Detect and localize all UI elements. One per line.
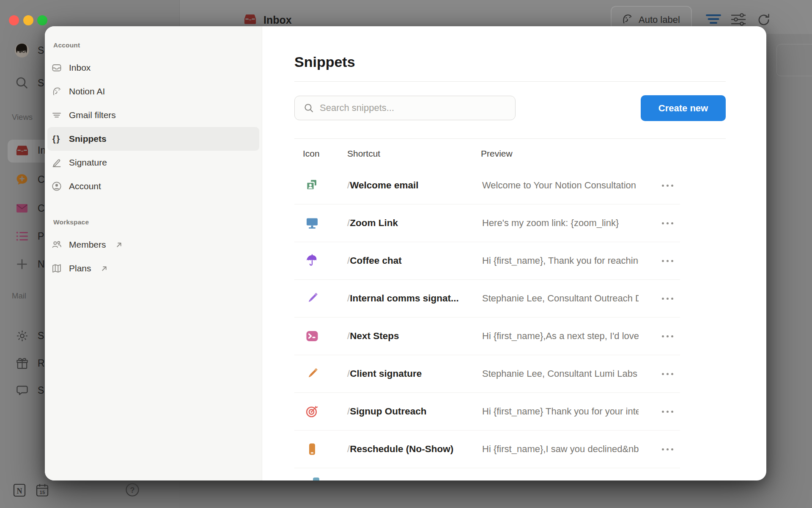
snippet-table: /Welcome email Welcome to Your Notion Co… <box>294 167 680 468</box>
sidebar-item-settings: S <box>0 329 45 342</box>
plus-icon <box>14 257 30 271</box>
signature-icon <box>51 157 62 168</box>
nav-item-signature[interactable]: Signature <box>47 151 259 174</box>
members-icon <box>51 239 62 251</box>
nav-item-members[interactable]: Members <box>47 233 259 257</box>
sidebar-item-label: S <box>38 330 44 342</box>
nav-item-label: Snippets <box>69 134 107 144</box>
inbox-red-icon <box>244 13 257 28</box>
pen-orange-icon <box>305 367 319 381</box>
monitor-icon <box>305 216 319 230</box>
partial-next-row-icon <box>313 478 319 480</box>
row-menu-button[interactable] <box>655 393 680 430</box>
nav-item-account[interactable]: Account <box>47 174 259 198</box>
row-menu-button[interactable] <box>655 431 680 468</box>
nav-item-label: Signature <box>69 157 107 168</box>
sidebar-item-label: N <box>38 259 45 270</box>
notion-app-icon: N <box>12 483 27 500</box>
nav-item-label: Inbox <box>69 63 91 73</box>
terminal-icon <box>305 329 319 343</box>
search-input[interactable] <box>319 102 498 114</box>
sidebar-item-label: C <box>38 203 45 214</box>
table-row[interactable]: /Welcome email Welcome to Your Notion Co… <box>294 167 680 204</box>
inbox-icon <box>51 62 62 74</box>
snippet-preview: Welcome to Your Notion Consultation Jo..… <box>482 167 639 204</box>
external-link-icon <box>115 241 123 248</box>
background-inbox-header: Inbox <box>244 13 292 28</box>
table-row[interactable]: /Coffee chat Hi {first_name}, Thank you … <box>294 242 680 280</box>
snippet-shortcut: /Next Steps <box>347 318 399 355</box>
row-menu-button[interactable] <box>655 355 680 392</box>
column-header-preview: Preview <box>481 139 513 168</box>
page-title: Snippets <box>294 52 726 71</box>
sidebar-views-label: Views <box>12 113 33 122</box>
nav-item-label: Notion AI <box>69 86 105 97</box>
sidebar-item-label: S <box>38 45 44 56</box>
chat-plus-icon <box>14 173 30 186</box>
snippet-shortcut: /Client signature <box>347 355 422 392</box>
svg-text:?: ? <box>130 486 135 494</box>
account-icon <box>51 181 62 192</box>
sidebar-item-mail-view: C <box>0 202 45 215</box>
snippet-preview: Stephanie Lee, Consultant Outreach De... <box>482 280 639 317</box>
table-row[interactable]: /Client signature Stephanie Lee, Consult… <box>294 355 680 393</box>
calendar-app-icon: 15 <box>35 483 50 500</box>
list-icon <box>14 229 30 243</box>
avatar-icon <box>14 41 30 59</box>
nav-item-inbox[interactable]: Inbox <box>47 56 259 80</box>
snippet-search[interactable] <box>294 96 516 120</box>
table-row[interactable]: /Signup Outreach Hi {first_name} Thank y… <box>294 393 680 431</box>
column-header-icon: Icon <box>303 139 320 168</box>
row-menu-button[interactable] <box>655 204 680 242</box>
sidebar-item-support: S <box>0 384 45 397</box>
snippet-shortcut: /Welcome email <box>347 167 418 204</box>
envelope-icon <box>14 202 30 215</box>
row-menu-button[interactable] <box>655 167 680 204</box>
nav-item-snippets[interactable]: {}Snippets <box>47 127 259 151</box>
snippet-preview: Hi {first_name},I saw you declined&nbsp.… <box>482 431 639 468</box>
search-icon <box>304 103 314 113</box>
sidebar-profile: S <box>0 41 45 59</box>
nav-item-plans[interactable]: Plans <box>47 257 259 280</box>
table-row[interactable]: /Next Steps Hi {first_name},As a next st… <box>294 318 680 355</box>
sidebar-mail-label: Mail <box>12 291 26 301</box>
row-menu-button[interactable] <box>655 242 680 279</box>
external-link-icon <box>101 265 108 272</box>
snippet-preview: Hi {first_name},As a next step, I'd love… <box>482 318 639 355</box>
nav-item-gmail-filters[interactable]: Gmail filters <box>47 103 259 127</box>
row-menu-button[interactable] <box>655 280 680 317</box>
nav-section-header: Workspace <box>53 218 259 226</box>
filter-icon <box>705 13 721 27</box>
background-sidebar-items: SSViewsInCCPNMailSRS <box>0 0 45 508</box>
pen-purple-icon <box>305 292 319 305</box>
table-row[interactable]: /Zoom Link Here's my zoom link: {zoom_li… <box>294 204 680 242</box>
braces-icon: {} <box>51 133 62 145</box>
sidebar-item-label: S <box>38 77 44 89</box>
sidebar-item-inbox: In <box>0 144 45 157</box>
sliders-icon <box>730 13 746 28</box>
nav-item-notion-ai[interactable]: Notion AI <box>47 80 259 103</box>
snippet-shortcut: /Reschedule (No-Show) <box>347 431 453 468</box>
row-menu-button[interactable] <box>655 318 680 355</box>
table-row[interactable]: /Reschedule (No-Show) Hi {first_name},I … <box>294 431 680 468</box>
snippet-preview: Here's my zoom link: {zoom_link} <box>482 204 619 242</box>
snippet-shortcut: /Internal comms signat... <box>347 280 459 317</box>
sidebar-item-label: In <box>38 145 45 156</box>
inbox-red-icon <box>14 144 30 157</box>
help-icon: ? <box>125 483 140 499</box>
gift-icon <box>14 357 30 370</box>
sidebar-item-new-view: N <box>0 257 45 271</box>
table-row[interactable]: /Internal comms signat... Stephanie Lee,… <box>294 280 680 318</box>
notion-ai-icon <box>51 86 62 97</box>
sidebar-item-label: P <box>38 231 44 242</box>
snippet-preview: Hi {first_name} Thank you for your inter… <box>482 393 639 430</box>
nav-section-header: Account <box>53 41 259 49</box>
background-panel-edge <box>776 44 812 76</box>
sidebar-item-label: S <box>38 385 44 396</box>
search-side-icon <box>14 76 30 90</box>
create-new-button[interactable]: Create new <box>641 95 726 121</box>
background-inbox-title: Inbox <box>263 14 292 26</box>
book-icon <box>305 442 319 456</box>
filters-icon <box>51 110 62 121</box>
svg-text:N: N <box>17 487 22 495</box>
